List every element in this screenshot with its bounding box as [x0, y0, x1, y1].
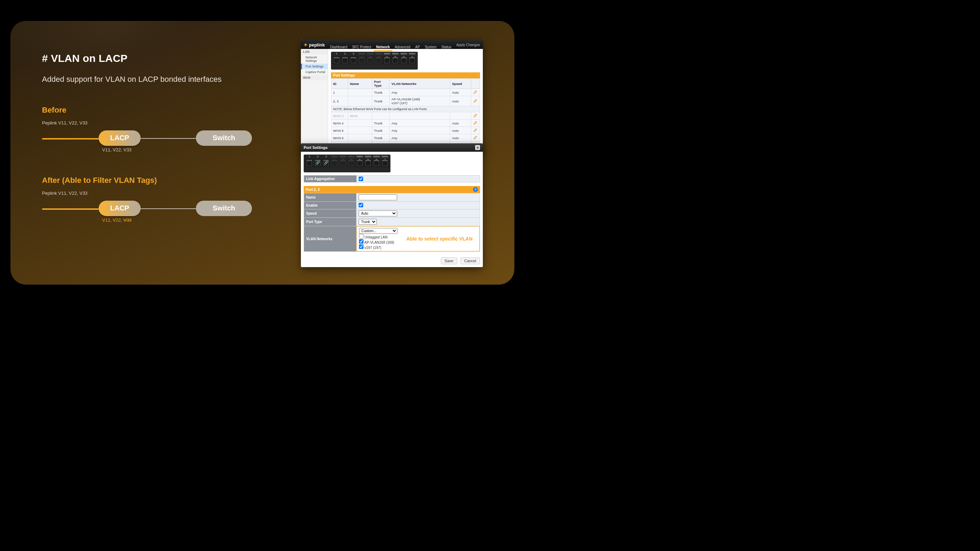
before-vlans: V11, V22, V33	[102, 147, 132, 152]
port-type-label: Port Type	[304, 218, 356, 226]
before-source: Peplink V11, V22, V33	[42, 120, 259, 125]
port-wan2[interactable]: WAN 2	[366, 56, 374, 64]
port-wan4[interactable]: WAN 4	[383, 56, 391, 64]
port-wan5[interactable]: WAN 5	[391, 56, 399, 64]
name-label: Name	[304, 193, 356, 202]
admin-topbar: ✶peplink DashboardSFC ProtectNetworkAdva…	[301, 39, 483, 49]
table-note: NOTE: Below Ethernet WAN Ports can be co…	[331, 106, 480, 112]
lacp-pill: LACP	[99, 201, 141, 216]
after-heading: After (Able to Filter VLAN Tags)	[42, 176, 259, 185]
port-table: IDNamePort TypeVLAN NetworksSpeed 1Trunk…	[331, 78, 480, 149]
port-2[interactable]: 2	[341, 56, 349, 64]
port-panel-title: Port 2, 3	[306, 188, 320, 192]
table-row: WAN 3WAN	[331, 112, 480, 119]
vlan-option[interactable]: AP-VLAN168 (168)	[359, 239, 398, 245]
edit-icon[interactable]	[473, 128, 478, 132]
col-name: Name	[348, 79, 372, 89]
edit-icon[interactable]	[473, 135, 478, 140]
vlan-label: VLAN Networks	[304, 226, 356, 252]
col-speed: Speed	[450, 79, 471, 89]
sidebar: LAN Network SettingsPort SettingsCaptive…	[301, 49, 328, 152]
port-1[interactable]: 1	[333, 56, 340, 64]
vlan-networks-box: Custom... Untagged LAN AP-VLAN168 (168) …	[356, 226, 480, 251]
screenshot-port-settings-dialog: Port Settings ✕ 12🔗3🔗WAN 1WAN 2WAN 3WAN …	[301, 143, 483, 267]
port-wan2[interactable]: WAN 2	[339, 159, 347, 167]
vlan-mode-select[interactable]: Custom...	[359, 228, 398, 234]
after-flow: LACP Switch V11, V22, V33	[42, 198, 259, 219]
port-wan1[interactable]: WAN 1	[331, 159, 338, 167]
col-vlan-networks: VLAN Networks	[390, 79, 450, 89]
sidebar-group-lan: LAN	[301, 49, 328, 54]
vlan-option[interactable]: v197 (197)	[359, 245, 398, 249]
before-flow: LACP Switch V11, V22, V33	[42, 128, 259, 149]
enable-label: Enable	[304, 202, 356, 210]
dialog-header: Port Settings ✕	[301, 143, 483, 152]
apply-changes-button[interactable]: Apply Changes	[456, 43, 480, 49]
sidebar-item-network-settings[interactable]: Network Settings	[301, 54, 328, 64]
table-row: WAN 4TrunkAnyAuto	[331, 119, 480, 127]
vlan-option-checkbox[interactable]	[359, 239, 364, 244]
edit-icon[interactable]	[473, 113, 478, 118]
port-3[interactable]: 3	[350, 56, 357, 64]
link-aggregation-label: Link Aggregation	[304, 176, 356, 182]
port-wan4[interactable]: WAN 4	[356, 159, 364, 167]
name-input[interactable]	[359, 194, 397, 200]
slide-title: # VLAN on LACP	[42, 52, 259, 64]
screenshot-port-settings-list: ✶peplink DashboardSFC ProtectNetworkAdva…	[301, 39, 483, 152]
col-actions	[471, 79, 480, 89]
after-vlans: V11, V22, V33	[102, 218, 132, 223]
vlan-option[interactable]: Untagged LAN	[359, 234, 398, 239]
sidebar-group-wan: WAN	[301, 75, 328, 80]
save-button[interactable]: Save	[441, 257, 457, 264]
after-vlans-keep: V11, V22,	[102, 218, 124, 223]
edit-icon[interactable]	[473, 90, 478, 94]
port-1[interactable]: 1	[305, 159, 313, 167]
edit-icon[interactable]	[473, 98, 478, 103]
speed-select[interactable]: Auto	[359, 210, 397, 216]
enable-checkbox[interactable]	[359, 203, 363, 207]
switch-pill: Switch	[196, 201, 252, 216]
help-icon[interactable]: ?	[473, 187, 478, 192]
port-diagram: 12🔗3🔗WAN 1WAN 2WAN 3WAN 4WAN 5WAN 6WAN 7	[304, 154, 390, 172]
port-2[interactable]: 2🔗	[314, 159, 321, 167]
port-panel-heading: Port 2, 3 ?	[304, 186, 480, 193]
vlan-option-checkbox[interactable]	[359, 234, 364, 238]
sidebar-item-captive-portal[interactable]: Captive Portal	[301, 69, 328, 75]
link-aggregation-checkbox[interactable]	[359, 176, 363, 181]
cancel-button[interactable]: Cancel	[460, 257, 480, 264]
link-aggregation-row: Link Aggregation	[304, 175, 480, 183]
table-row: WAN 5TrunkAnyAuto	[331, 127, 480, 134]
port-wan1[interactable]: WAN 1	[358, 56, 366, 64]
port-3[interactable]: 3🔗	[322, 159, 330, 167]
lacp-pill: LACP	[99, 130, 141, 146]
close-icon[interactable]: ✕	[475, 145, 480, 150]
speed-label: Speed	[304, 210, 356, 218]
dialog-title: Port Settings	[304, 145, 328, 150]
port-form: Name Enable Speed Auto Port Type Trunk V…	[304, 193, 480, 252]
after-source: Peplink V11, V22, V33	[42, 191, 259, 196]
edit-icon[interactable]	[473, 121, 478, 125]
before-heading: Before	[42, 106, 259, 115]
port-wan6[interactable]: WAN 6	[400, 56, 407, 64]
after-vlans-strike: V33	[124, 218, 132, 223]
port-type-select[interactable]: Trunk	[359, 219, 377, 225]
port-wan3[interactable]: WAN 3	[347, 159, 355, 167]
sidebar-item-port-settings[interactable]: Port Settings	[301, 64, 328, 69]
panel-heading: Port Settings	[331, 72, 480, 78]
table-row: 2, 3TrunkAP-VLAN168 (168)v197 (197)Auto	[331, 96, 480, 106]
port-wan7[interactable]: WAN 7	[408, 56, 416, 64]
port-wan7[interactable]: WAN 7	[381, 159, 389, 167]
port-wan3[interactable]: WAN 3	[375, 56, 382, 64]
port-diagram: 123WAN 1WAN 2WAN 3WAN 4WAN 5WAN 6WAN 7	[331, 52, 418, 70]
table-row: 1TrunkAnyAuto	[331, 89, 480, 96]
table-row: WAN 6TrunkAnyAuto	[331, 134, 480, 141]
col-port-type: Port Type	[372, 79, 390, 89]
slide-card: # VLAN on LACP Added support for VLAN on…	[11, 21, 514, 284]
vlan-option-checkbox[interactable]	[359, 245, 364, 249]
port-wan6[interactable]: WAN 6	[372, 159, 380, 167]
switch-pill: Switch	[196, 130, 252, 146]
slide-description: Added support for VLAN on LACP bonded in…	[42, 74, 259, 84]
brand-logo: ✶peplink	[304, 42, 325, 49]
port-wan5[interactable]: WAN 5	[364, 159, 372, 167]
col-id: ID	[331, 79, 348, 89]
